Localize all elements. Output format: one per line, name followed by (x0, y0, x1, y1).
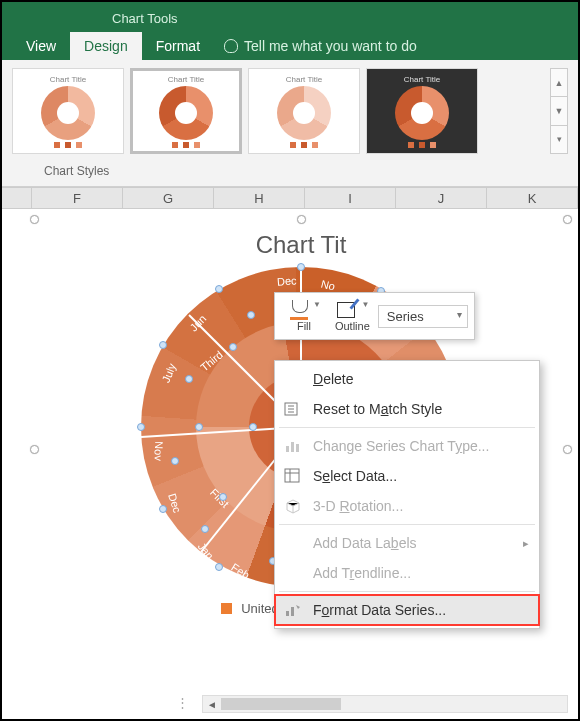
tab-format[interactable]: Format (142, 32, 214, 60)
outline-button[interactable]: ▼ Outline (329, 298, 376, 334)
segment-label: Nov (152, 441, 165, 461)
menu-separator (279, 591, 535, 592)
chart-type-icon (283, 437, 303, 455)
column-header[interactable]: I (305, 188, 396, 208)
column-header[interactable]: K (487, 188, 578, 208)
dropdown-icon: ▼ (313, 300, 321, 309)
menu-separator (279, 427, 535, 428)
menu-3d-rotation: 3-D Rotation... (275, 491, 539, 521)
chart-element-selector[interactable]: Series (378, 305, 468, 328)
mini-toolbar: ▼ Fill ▼ Outline Series (274, 292, 475, 340)
menu-delete[interactable]: Delete (275, 364, 539, 394)
sunburst-thumb-icon (395, 86, 449, 140)
select-all-corner[interactable] (2, 188, 32, 208)
blank-icon (283, 370, 303, 388)
ribbon-tabs: View Design Format Tell me what you want… (2, 30, 578, 60)
chart-styles-gallery: Chart Title Chart Title Chart Title Char… (2, 60, 578, 158)
svg-rect-11 (285, 469, 299, 482)
svg-rect-8 (286, 446, 289, 452)
fill-button[interactable]: ▼ Fill (281, 298, 327, 334)
contextual-tab-label: Chart Tools (112, 11, 178, 30)
gallery-up-icon[interactable]: ▲ (551, 69, 567, 97)
chart-styles-group: Chart Title Chart Title Chart Title Char… (2, 60, 578, 187)
menu-format-data-series[interactable]: Format Data Series... (275, 595, 539, 625)
tell-me-placeholder: Tell me what you want to do (244, 38, 417, 54)
context-menu: Delete Reset to Match Style Change Serie… (274, 360, 540, 629)
column-header[interactable]: G (123, 188, 214, 208)
menu-select-data[interactable]: Select Data... (275, 461, 539, 491)
cube-icon (283, 497, 303, 515)
chart-style-3[interactable]: Chart Title (248, 68, 360, 154)
sunburst-thumb-icon (41, 86, 95, 140)
chart-style-1[interactable]: Chart Title (12, 68, 124, 154)
paint-bucket-icon (287, 300, 311, 320)
sunburst-thumb-icon (159, 86, 213, 140)
scroll-left-icon[interactable]: ◄ (203, 699, 221, 710)
legend-swatch-icon (221, 603, 232, 614)
sheet-nav-dots[interactable]: ⋮ (176, 695, 191, 710)
menu-add-trendline: Add Trendline... (275, 558, 539, 588)
gallery-spinner[interactable]: ▲ ▼ ▾ (550, 68, 568, 154)
gallery-more-icon[interactable]: ▾ (551, 126, 567, 153)
menu-separator (279, 524, 535, 525)
reset-style-icon (283, 400, 303, 418)
ribbon-contextual-bar: Chart Tools (2, 2, 578, 30)
svg-rect-10 (296, 444, 299, 452)
svg-rect-9 (291, 442, 294, 452)
horizontal-scrollbar[interactable]: ◄ (202, 695, 568, 713)
lightbulb-icon (224, 39, 238, 53)
column-header[interactable]: J (396, 188, 487, 208)
column-header[interactable]: H (214, 188, 305, 208)
blank-icon (283, 534, 303, 552)
menu-change-chart-type: Change Series Chart Type... (275, 431, 539, 461)
format-series-icon (283, 601, 303, 619)
svg-rect-15 (291, 607, 294, 616)
ribbon-group-label: Chart Styles (2, 158, 578, 186)
dropdown-icon: ▼ (361, 300, 369, 309)
tell-me-search[interactable]: Tell me what you want to do (214, 32, 427, 60)
chart-title[interactable]: Chart Tit (34, 231, 568, 259)
segment-label: Dec (277, 274, 297, 287)
tab-view[interactable]: View (12, 32, 70, 60)
gallery-down-icon[interactable]: ▼ (551, 97, 567, 125)
tab-design[interactable]: Design (70, 32, 142, 60)
svg-rect-14 (286, 611, 289, 616)
menu-reset-match-style[interactable]: Reset to Match Style (275, 394, 539, 424)
menu-add-data-labels: Add Data Labels (275, 528, 539, 558)
select-data-icon (283, 467, 303, 485)
column-header[interactable]: F (32, 188, 123, 208)
scrollbar-track[interactable] (221, 696, 567, 712)
chart-style-2[interactable]: Chart Title (130, 68, 242, 154)
blank-icon (283, 564, 303, 582)
scrollbar-thumb[interactable] (221, 698, 341, 710)
sunburst-thumb-icon (277, 86, 331, 140)
chart-style-4[interactable]: Chart Title (366, 68, 478, 154)
outline-pen-icon (335, 300, 359, 320)
column-headers: F G H I J K (2, 187, 578, 209)
